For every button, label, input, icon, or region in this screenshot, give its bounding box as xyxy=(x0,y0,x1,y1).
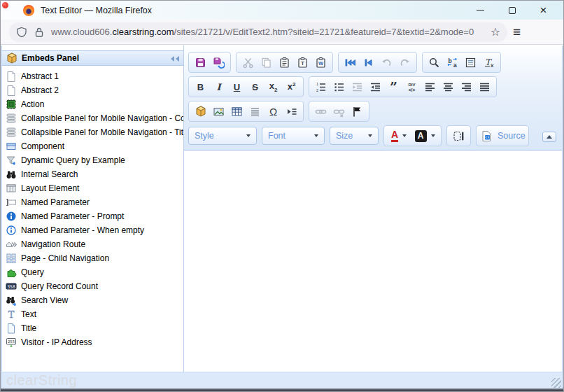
increase-indent-button[interactable] xyxy=(367,78,384,95)
lock-icon[interactable] xyxy=(34,27,45,38)
insert-embed-button[interactable] xyxy=(192,103,209,120)
route-icon xyxy=(6,239,17,250)
paste-button[interactable] xyxy=(276,54,293,71)
go-previous-button[interactable] xyxy=(360,54,377,71)
div-container-button[interactable]: DIV</> xyxy=(403,78,421,95)
editor-content-area[interactable] xyxy=(184,150,562,372)
panel-item-dynamic-query[interactable]: Dynamic Query by Example xyxy=(2,153,183,167)
panel-item-abstract-1[interactable]: Abstract 1 xyxy=(2,69,183,83)
collapse-chevrons-icon[interactable] xyxy=(169,52,179,64)
minimize-icon xyxy=(477,10,484,11)
minimize-button[interactable] xyxy=(465,1,496,20)
panel-item-title[interactable]: Title xyxy=(2,321,183,335)
numbered-list-button[interactable]: 12 xyxy=(312,78,330,95)
unlink-button[interactable] xyxy=(330,103,348,120)
panel-item-text[interactable]: T Text xyxy=(2,307,183,321)
style-dropdown[interactable]: Style xyxy=(188,127,257,145)
panel-item-action[interactable]: Action xyxy=(2,97,183,111)
find-button[interactable] xyxy=(425,54,443,71)
source-button[interactable]: Source xyxy=(476,125,529,146)
title-page-icon xyxy=(6,323,17,334)
paste-from-word-button[interactable]: W xyxy=(312,54,330,71)
size-dropdown[interactable]: Size xyxy=(330,127,379,145)
panel-item-component[interactable]: Component xyxy=(2,139,183,153)
strikethrough-button[interactable]: S xyxy=(246,78,264,95)
binoculars-arrow-icon xyxy=(6,295,17,306)
undo-button[interactable] xyxy=(378,54,395,71)
link-button[interactable] xyxy=(312,103,330,120)
resize-grip[interactable] xyxy=(551,378,561,388)
decrease-indent-button[interactable] xyxy=(348,78,366,95)
paste-as-text-button[interactable]: T xyxy=(294,54,311,71)
panel-item-named-parameter-when-empty[interactable]: Named Parameter - When empty xyxy=(2,223,183,237)
special-character-button[interactable]: Ω xyxy=(265,103,282,120)
anchor-button[interactable] xyxy=(348,103,366,120)
component-icon xyxy=(6,141,17,152)
subscript-button[interactable]: x2 xyxy=(265,78,282,95)
panel-item-visitor-ip[interactable]: 255 Visitor - IP Address xyxy=(2,335,183,349)
svg-text:x: x xyxy=(491,62,494,68)
chip-icon xyxy=(6,99,17,110)
underline-button[interactable]: U xyxy=(228,78,246,95)
page-break-button[interactable] xyxy=(283,103,300,120)
blockquote-button[interactable]: ” xyxy=(385,78,402,95)
shield-icon[interactable] xyxy=(16,27,27,38)
svg-text:255: 255 xyxy=(8,340,15,344)
close-button[interactable]: × xyxy=(528,1,559,20)
italic-button[interactable]: I xyxy=(210,78,227,95)
record-count-icon: 358 xyxy=(6,281,17,292)
page-footer: clearString xyxy=(2,372,562,388)
text-color-button[interactable]: A xyxy=(387,127,411,144)
go-first-button[interactable] xyxy=(341,54,359,71)
panel-item-named-parameter-prompt[interactable]: Named Parameter - Prompt xyxy=(2,209,183,223)
source-icon xyxy=(479,127,493,144)
superscript-button[interactable]: x2 xyxy=(283,78,300,95)
panel-item-query[interactable]: Query xyxy=(2,265,183,279)
maximize-button[interactable] xyxy=(496,1,528,20)
bookmark-star-icon[interactable]: ☆ xyxy=(491,25,500,38)
url-text[interactable]: www.cloud606.clearstring.com/sites/21721… xyxy=(51,27,486,37)
align-center-button[interactable] xyxy=(439,78,457,95)
horizontal-rule-button[interactable] xyxy=(246,103,264,120)
title-bar[interactable]: Text Editor — Mozilla Firefox × xyxy=(1,1,563,20)
insert-table-button[interactable] xyxy=(228,103,246,120)
select-all-button[interactable] xyxy=(462,54,479,71)
bulleted-list-button[interactable] xyxy=(330,78,348,95)
panel-item-named-parameter[interactable]: Named Parameter xyxy=(2,195,183,209)
panel-item-collapsible-title[interactable]: Collapsible Panel for Mobile Navigation … xyxy=(2,125,183,139)
copy-button[interactable] xyxy=(258,54,275,71)
panel-item-internal-search[interactable]: Internal Search xyxy=(2,167,183,181)
svg-text:a: a xyxy=(453,62,457,69)
panel-item-search-view[interactable]: Search View xyxy=(2,293,183,307)
bold-button[interactable]: B xyxy=(192,78,209,95)
panel-item-abstract-2[interactable]: Abstract 2 xyxy=(2,83,183,97)
redo-button[interactable] xyxy=(396,54,414,71)
save-and-return-button[interactable] xyxy=(210,54,227,71)
show-blocks-button[interactable] xyxy=(450,127,467,144)
navigation-bar: www.cloud606.clearstring.com/sites/21721… xyxy=(1,20,563,45)
cut-button[interactable] xyxy=(239,54,257,71)
layout-columns-icon xyxy=(6,183,17,194)
align-right-button[interactable] xyxy=(458,78,475,95)
align-left-button[interactable] xyxy=(421,78,439,95)
ip-address-icon: 255 xyxy=(6,337,17,348)
panel-item-layout-element[interactable]: Layout Element xyxy=(2,181,183,195)
insert-image-button[interactable] xyxy=(210,103,227,120)
url-bar[interactable]: www.cloud606.clearstring.com/sites/21721… xyxy=(9,22,507,42)
browser-window: Text Editor — Mozilla Firefox × www.clou… xyxy=(0,0,564,392)
panel-item-page-child-navigation[interactable]: Page - Child Navigation xyxy=(2,251,183,265)
panel-item-navigation-route[interactable]: Navigation Route xyxy=(2,237,183,251)
svg-text:DIV: DIV xyxy=(408,83,415,87)
panel-item-query-record-count[interactable]: 358 Query Record Count xyxy=(2,279,183,293)
remove-format-button[interactable]: Tx xyxy=(480,54,498,71)
panel-item-collapsible-content[interactable]: Collapsible Panel for Mobile Navigation … xyxy=(2,111,183,125)
menu-hamburger-icon[interactable]: ≡ xyxy=(513,24,521,40)
background-color-button[interactable]: A xyxy=(411,127,438,144)
replace-button[interactable]: ba xyxy=(444,54,461,71)
save-button[interactable] xyxy=(192,54,209,71)
firefox-icon xyxy=(23,5,34,16)
collapse-toolbar-button[interactable] xyxy=(542,132,556,142)
svg-text:358: 358 xyxy=(7,284,15,290)
justify-button[interactable] xyxy=(476,78,493,95)
font-dropdown[interactable]: Font xyxy=(262,127,325,145)
